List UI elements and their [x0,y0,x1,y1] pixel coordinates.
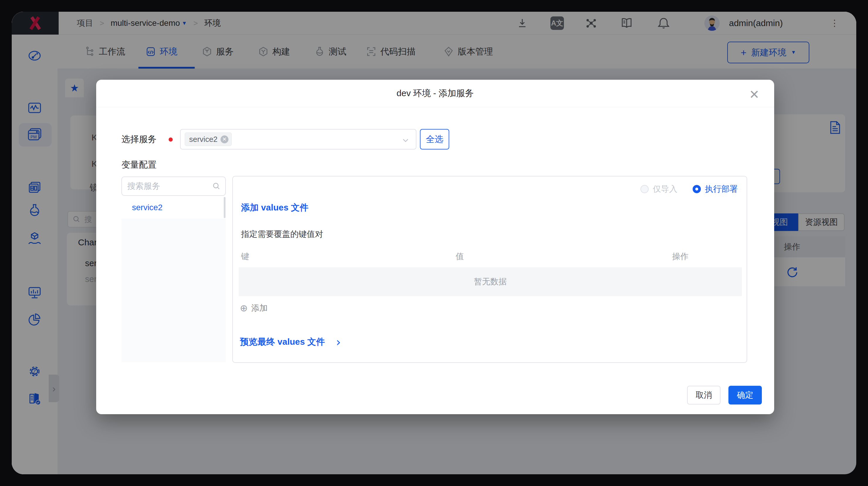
close-icon[interactable]: ✕ [745,86,763,103]
column-value: 值 [456,251,464,262]
radio-import-only[interactable]: 仅导入 [641,184,677,195]
radio-circle-icon [641,185,649,193]
add-kv-link[interactable]: ⊕ 添加 [240,302,268,314]
radio-circle-icon [693,185,701,193]
add-values-file-link[interactable]: 添加 values 文件 [241,202,309,214]
service-list-item-selected[interactable]: service2 [121,196,226,219]
selected-service-tag: service2 ✕ [185,132,232,146]
service-search-input[interactable]: 搜索服务 [121,176,226,196]
search-placeholder: 搜索服务 [127,181,160,192]
app-window: PM [12,12,856,474]
dialog-header: dev 环境 - 添加服务 [96,80,774,107]
empty-state: 暂无数据 [239,267,742,296]
column-action: 操作 [672,251,688,262]
select-service-label: 选择服务 [121,129,157,150]
add-service-dialog: dev 环境 - 添加服务 ✕ 选择服务 service2 ✕ 全选 变量配置 … [96,80,774,414]
cancel-button[interactable]: 取消 [687,386,720,404]
preview-values-link[interactable]: 预览最终 values 文件 › [240,336,341,348]
confirm-button[interactable]: 确定 [728,386,762,404]
remove-tag-icon[interactable]: ✕ [220,135,228,143]
service-config-panel: 仅导入 执行部署 添加 values 文件 指定需要覆盖的键值对 键 值 操作 … [232,176,747,363]
service-list: service2 [121,196,226,362]
deploy-mode-radios: 仅导入 执行部署 [641,184,738,195]
service-multiselect[interactable]: service2 ✕ [180,129,416,150]
radio-deploy[interactable]: 执行部署 [693,184,738,195]
plus-circle-icon: ⊕ [240,302,248,314]
variables-section-title: 变量配置 [121,159,157,171]
scrollbar-thumb[interactable] [224,197,225,218]
chevron-down-icon [402,137,409,144]
search-icon [212,182,220,190]
select-all-button[interactable]: 全选 [420,129,449,150]
chevron-right-icon: › [336,338,341,347]
column-key: 键 [241,251,249,262]
dialog-title: dev 环境 - 添加服务 [397,87,473,99]
required-dot [168,137,173,141]
kv-override-hint: 指定需要覆盖的键值对 [241,229,323,240]
